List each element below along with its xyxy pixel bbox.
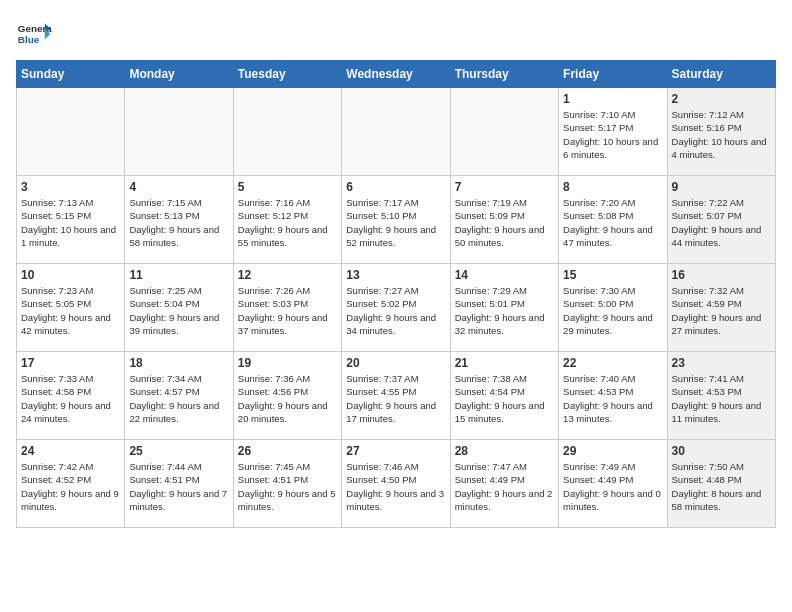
calendar-cell [342,88,450,176]
calendar-cell: 24Sunrise: 7:42 AM Sunset: 4:52 PM Dayli… [17,440,125,528]
calendar-cell [125,88,233,176]
calendar-cell: 22Sunrise: 7:40 AM Sunset: 4:53 PM Dayli… [559,352,667,440]
day-info: Sunrise: 7:29 AM Sunset: 5:01 PM Dayligh… [455,284,554,337]
calendar-cell: 12Sunrise: 7:26 AM Sunset: 5:03 PM Dayli… [233,264,341,352]
day-number: 9 [672,180,771,194]
calendar-cell: 17Sunrise: 7:33 AM Sunset: 4:58 PM Dayli… [17,352,125,440]
page-header: General Blue [16,16,776,52]
weekday-header-row: SundayMondayTuesdayWednesdayThursdayFrid… [17,61,776,88]
day-info: Sunrise: 7:30 AM Sunset: 5:00 PM Dayligh… [563,284,662,337]
day-number: 26 [238,444,337,458]
calendar-week-2: 3Sunrise: 7:13 AM Sunset: 5:15 PM Daylig… [17,176,776,264]
calendar-cell: 19Sunrise: 7:36 AM Sunset: 4:56 PM Dayli… [233,352,341,440]
logo-icon: General Blue [16,16,52,52]
day-info: Sunrise: 7:44 AM Sunset: 4:51 PM Dayligh… [129,460,228,513]
calendar-cell: 27Sunrise: 7:46 AM Sunset: 4:50 PM Dayli… [342,440,450,528]
day-number: 3 [21,180,120,194]
calendar-cell: 30Sunrise: 7:50 AM Sunset: 4:48 PM Dayli… [667,440,775,528]
logo: General Blue [16,16,52,52]
calendar-cell: 29Sunrise: 7:49 AM Sunset: 4:49 PM Dayli… [559,440,667,528]
weekday-header-saturday: Saturday [667,61,775,88]
calendar-week-4: 17Sunrise: 7:33 AM Sunset: 4:58 PM Dayli… [17,352,776,440]
day-info: Sunrise: 7:26 AM Sunset: 5:03 PM Dayligh… [238,284,337,337]
day-info: Sunrise: 7:23 AM Sunset: 5:05 PM Dayligh… [21,284,120,337]
calendar-week-1: 1Sunrise: 7:10 AM Sunset: 5:17 PM Daylig… [17,88,776,176]
calendar-cell: 10Sunrise: 7:23 AM Sunset: 5:05 PM Dayli… [17,264,125,352]
day-info: Sunrise: 7:33 AM Sunset: 4:58 PM Dayligh… [21,372,120,425]
day-number: 20 [346,356,445,370]
day-number: 15 [563,268,662,282]
weekday-header-tuesday: Tuesday [233,61,341,88]
calendar-cell: 5Sunrise: 7:16 AM Sunset: 5:12 PM Daylig… [233,176,341,264]
calendar-cell: 25Sunrise: 7:44 AM Sunset: 4:51 PM Dayli… [125,440,233,528]
calendar-cell: 4Sunrise: 7:15 AM Sunset: 5:13 PM Daylig… [125,176,233,264]
day-info: Sunrise: 7:50 AM Sunset: 4:48 PM Dayligh… [672,460,771,513]
calendar-cell: 3Sunrise: 7:13 AM Sunset: 5:15 PM Daylig… [17,176,125,264]
day-info: Sunrise: 7:42 AM Sunset: 4:52 PM Dayligh… [21,460,120,513]
day-number: 10 [21,268,120,282]
calendar-cell: 6Sunrise: 7:17 AM Sunset: 5:10 PM Daylig… [342,176,450,264]
calendar-cell [450,88,558,176]
calendar-cell [233,88,341,176]
weekday-header-friday: Friday [559,61,667,88]
day-number: 21 [455,356,554,370]
day-info: Sunrise: 7:32 AM Sunset: 4:59 PM Dayligh… [672,284,771,337]
day-info: Sunrise: 7:27 AM Sunset: 5:02 PM Dayligh… [346,284,445,337]
day-info: Sunrise: 7:20 AM Sunset: 5:08 PM Dayligh… [563,196,662,249]
day-info: Sunrise: 7:38 AM Sunset: 4:54 PM Dayligh… [455,372,554,425]
calendar-cell: 2Sunrise: 7:12 AM Sunset: 5:16 PM Daylig… [667,88,775,176]
day-info: Sunrise: 7:12 AM Sunset: 5:16 PM Dayligh… [672,108,771,161]
calendar-cell: 26Sunrise: 7:45 AM Sunset: 4:51 PM Dayli… [233,440,341,528]
calendar-cell: 1Sunrise: 7:10 AM Sunset: 5:17 PM Daylig… [559,88,667,176]
day-number: 1 [563,92,662,106]
day-info: Sunrise: 7:40 AM Sunset: 4:53 PM Dayligh… [563,372,662,425]
calendar-cell: 14Sunrise: 7:29 AM Sunset: 5:01 PM Dayli… [450,264,558,352]
day-number: 12 [238,268,337,282]
calendar-cell: 7Sunrise: 7:19 AM Sunset: 5:09 PM Daylig… [450,176,558,264]
calendar-cell: 8Sunrise: 7:20 AM Sunset: 5:08 PM Daylig… [559,176,667,264]
day-number: 24 [21,444,120,458]
day-number: 30 [672,444,771,458]
day-number: 7 [455,180,554,194]
calendar-cell: 28Sunrise: 7:47 AM Sunset: 4:49 PM Dayli… [450,440,558,528]
day-number: 25 [129,444,228,458]
day-number: 27 [346,444,445,458]
day-number: 23 [672,356,771,370]
calendar-cell: 20Sunrise: 7:37 AM Sunset: 4:55 PM Dayli… [342,352,450,440]
day-number: 2 [672,92,771,106]
day-number: 16 [672,268,771,282]
day-number: 14 [455,268,554,282]
day-info: Sunrise: 7:41 AM Sunset: 4:53 PM Dayligh… [672,372,771,425]
day-number: 8 [563,180,662,194]
day-info: Sunrise: 7:17 AM Sunset: 5:10 PM Dayligh… [346,196,445,249]
day-info: Sunrise: 7:46 AM Sunset: 4:50 PM Dayligh… [346,460,445,513]
day-number: 13 [346,268,445,282]
day-info: Sunrise: 7:49 AM Sunset: 4:49 PM Dayligh… [563,460,662,513]
day-number: 22 [563,356,662,370]
day-info: Sunrise: 7:15 AM Sunset: 5:13 PM Dayligh… [129,196,228,249]
day-number: 4 [129,180,228,194]
weekday-header-sunday: Sunday [17,61,125,88]
day-number: 29 [563,444,662,458]
weekday-header-wednesday: Wednesday [342,61,450,88]
weekday-header-monday: Monday [125,61,233,88]
day-number: 6 [346,180,445,194]
calendar-cell: 16Sunrise: 7:32 AM Sunset: 4:59 PM Dayli… [667,264,775,352]
calendar-cell: 18Sunrise: 7:34 AM Sunset: 4:57 PM Dayli… [125,352,233,440]
calendar-cell: 11Sunrise: 7:25 AM Sunset: 5:04 PM Dayli… [125,264,233,352]
day-info: Sunrise: 7:34 AM Sunset: 4:57 PM Dayligh… [129,372,228,425]
weekday-header-thursday: Thursday [450,61,558,88]
day-info: Sunrise: 7:47 AM Sunset: 4:49 PM Dayligh… [455,460,554,513]
day-info: Sunrise: 7:19 AM Sunset: 5:09 PM Dayligh… [455,196,554,249]
calendar-cell: 21Sunrise: 7:38 AM Sunset: 4:54 PM Dayli… [450,352,558,440]
day-info: Sunrise: 7:36 AM Sunset: 4:56 PM Dayligh… [238,372,337,425]
day-number: 5 [238,180,337,194]
day-number: 17 [21,356,120,370]
day-info: Sunrise: 7:13 AM Sunset: 5:15 PM Dayligh… [21,196,120,249]
day-number: 19 [238,356,337,370]
calendar-week-5: 24Sunrise: 7:42 AM Sunset: 4:52 PM Dayli… [17,440,776,528]
svg-text:Blue: Blue [18,34,40,45]
day-info: Sunrise: 7:16 AM Sunset: 5:12 PM Dayligh… [238,196,337,249]
day-number: 18 [129,356,228,370]
day-number: 28 [455,444,554,458]
